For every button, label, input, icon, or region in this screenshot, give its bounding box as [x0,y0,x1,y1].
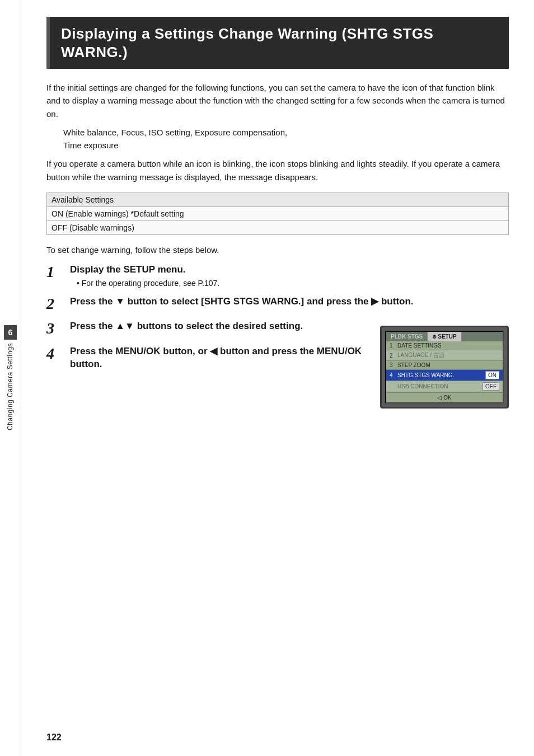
indented-line-2: Time exposure [63,139,509,152]
page-number: 122 [46,732,62,743]
table-cell-on: ON (Enable warnings) *Default setting [47,206,509,220]
step-2-title: Press the ▼ button to select [SHTG STGS … [70,295,509,308]
lcd-row-4: 4 SHTG STGS WARNG. ON [386,370,503,381]
sidebar: 6 Changing Camera Settings [0,0,21,756]
main-content: Displaying a Settings Change Warning (SH… [21,0,534,756]
lcd-rows: 1 DATE SETTINGS 2 LANGUAGE / 言語 3 STEP Z… [386,341,503,392]
table-row: OFF (Disable warnings) [47,220,509,234]
lcd-tabs: PLBK STGS ⚙ SETUP [386,332,503,341]
sidebar-content: 6 Changing Camera Settings [4,0,17,756]
step-4-content: Press the MENU/OK button, or ◀ button an… [70,345,369,371]
lcd-screen: PLBK STGS ⚙ SETUP 1 DATE SETTINGS [385,331,504,403]
step-1: 1 Display the SETUP menu. For the operat… [46,264,509,288]
settings-table: Available Settings ON (Enable warnings) … [46,192,509,235]
table-header-cell: Available Settings [47,192,509,206]
step-1-subtitle: For the operating procedure, see P.107. [77,279,509,288]
intro-paragraph-1: If the initial settings are changed for … [46,81,509,120]
lcd-row-1: 1 DATE SETTINGS [386,341,503,350]
table-row: ON (Enable warnings) *Default setting [47,206,509,220]
step-2-number: 2 [46,295,70,313]
page-container: 6 Changing Camera Settings Displaying a … [0,0,534,756]
lcd-footer: ◁ OK [386,392,503,402]
step-3-title: Press the ▲▼ buttons to select the desir… [70,320,369,333]
sidebar-label: Changing Camera Settings [6,343,14,430]
step-3: 3 Press the ▲▼ buttons to select the des… [46,320,369,337]
chapter-number: 6 [4,325,17,340]
step-1-number: 1 [46,264,70,281]
indented-line-1: White balance, Focus, ISO setting, Expos… [63,126,509,139]
lcd-mockup: PLBK STGS ⚙ SETUP 1 DATE SETTINGS [380,326,509,408]
step-2: 2 Press the ▼ button to select [SHTG STG… [46,295,509,313]
step-4-title: Press the MENU/OK button, or ◀ button an… [70,345,369,371]
steps-left: 3 Press the ▲▼ buttons to select the des… [46,320,369,379]
title-block: Displaying a Settings Change Warning (SH… [46,17,509,69]
steps-intro: To set change warning, follow the steps … [46,245,509,255]
step-3-number: 3 [46,320,70,337]
lcd-tab-setup: ⚙ SETUP [428,332,461,341]
step-4: 4 Press the MENU/OK button, or ◀ button … [46,345,369,371]
intro-paragraph-2: If you operate a camera button while an … [46,157,509,184]
lcd-row-2: 2 LANGUAGE / 言語 [386,350,503,361]
page-title: Displaying a Settings Change Warning (SH… [61,25,498,61]
steps-with-image: 3 Press the ▲▼ buttons to select the des… [46,320,509,408]
step-1-title: Display the SETUP menu. [70,264,509,276]
step-2-content: Press the ▼ button to select [SHTG STGS … [70,295,509,308]
step-3-content: Press the ▲▼ buttons to select the desir… [70,320,369,333]
table-header-row: Available Settings [47,192,509,206]
table-cell-off: OFF (Disable warnings) [47,220,509,234]
lcd-row-5: USB CONNECTION OFF [386,381,503,392]
lcd-row-3: 3 STEP ZOOM [386,361,503,370]
step-1-content: Display the SETUP menu. For the operatin… [70,264,509,288]
lcd-tab-plbk: PLBK STGS [386,332,428,341]
step-4-number: 4 [46,345,70,363]
